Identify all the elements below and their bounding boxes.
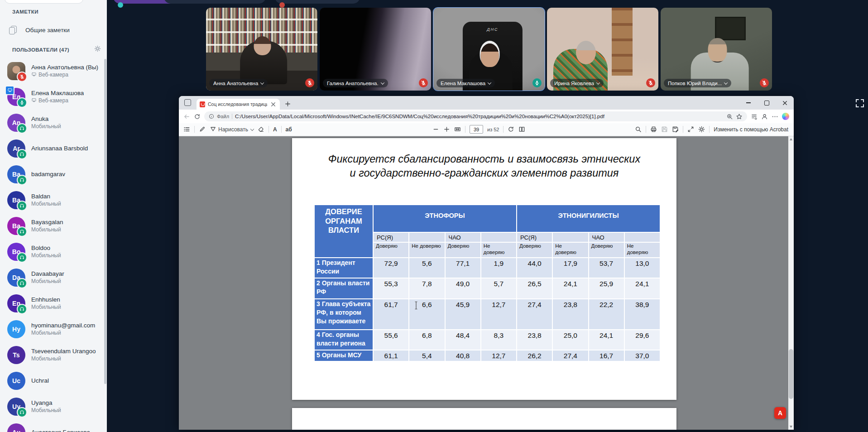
participant-row[interactable]: En Enhhuslen Мобильный <box>0 290 107 316</box>
video-tile[interactable]: Анна Анатольевна <box>206 8 317 91</box>
settings-gear-icon[interactable] <box>698 126 705 133</box>
close-button[interactable] <box>776 96 794 110</box>
url-field[interactable]: Файл C:/Users/User/AppData/Local/Microso… <box>204 111 747 121</box>
row-label: 4 Гос. органы власти региона <box>314 330 373 350</box>
add-text-icon[interactable]: A <box>273 126 277 133</box>
chevron-down-icon <box>260 81 264 84</box>
tile-mic-badge <box>305 78 314 87</box>
stop-share-icon <box>279 2 285 8</box>
toc-icon[interactable] <box>183 126 190 133</box>
cell-value: 61,1 <box>373 350 409 361</box>
fullscreen-icon[interactable] <box>854 97 866 109</box>
sidebar-scrollbar-thumb[interactable] <box>104 59 106 384</box>
participant-row[interactable]: Ba Baldan Мобильный <box>0 187 107 213</box>
workspaces-icon[interactable] <box>184 99 191 106</box>
participant-row[interactable]: Ан Анастасия Борисова <box>0 419 107 432</box>
participant-row[interactable]: Uy Uyanga Мобильный <box>0 394 107 419</box>
print-icon[interactable] <box>650 126 657 133</box>
participant-row[interactable]: An Anuka Мобильный <box>0 110 107 135</box>
video-tile[interactable]: Ирина Яковлева <box>547 8 658 91</box>
scrollbar-thumb[interactable] <box>789 349 793 399</box>
zoom-out-icon[interactable] <box>432 126 439 133</box>
shared-notes-item[interactable]: Общие заметки <box>0 21 107 39</box>
fit-width-icon[interactable] <box>454 126 461 133</box>
speaker-pill[interactable] <box>164 0 266 4</box>
stop-share-pill[interactable] <box>275 0 360 4</box>
tile-name-pill[interactable]: Ирина Яковлева <box>550 79 604 87</box>
tile-name-pill[interactable]: Попков Юрий Влади... <box>664 79 731 87</box>
highlighter-icon[interactable] <box>199 126 206 133</box>
zoom-page-icon[interactable] <box>726 113 733 120</box>
tile-name-pill[interactable]: Елена Маклашова <box>436 79 495 87</box>
table-measure-header: Не доверяю <box>409 242 445 258</box>
participant-row[interactable]: Ел Елена Маклашова Веб-камера <box>0 84 107 110</box>
minimize-button[interactable] <box>739 96 758 110</box>
video-tile[interactable]: Попков Юрий Влади... <box>661 8 772 91</box>
draw-button[interactable]: Нарисовать <box>210 125 254 134</box>
cell-value: 24,1 <box>552 278 588 299</box>
participant-row[interactable]: Анна Анатольевна (Вы) Веб-камера <box>0 58 107 84</box>
participant-row[interactable]: Da Davaabayar Мобильный <box>0 264 107 290</box>
cell-value: 29,6 <box>624 330 660 350</box>
participant-row[interactable]: Ar Ariunsanaa Barsbold <box>0 135 107 161</box>
refresh-icon[interactable] <box>194 113 201 120</box>
pdf-scrollbar[interactable] <box>788 136 794 430</box>
expand-icon[interactable] <box>687 126 694 133</box>
participant-row[interactable]: Hy hyominanu@gmail.com Мобильный <box>0 316 107 342</box>
table-row: 3 Глава субъекта РФ, в котором Вы прожив… <box>314 299 660 330</box>
new-tab-button[interactable] <box>284 101 291 107</box>
video-tile[interactable]: Галина Анатольевна. <box>320 8 431 91</box>
acrobat-floating-badge[interactable]: A <box>774 407 786 419</box>
save-icon[interactable] <box>661 126 668 133</box>
participant-status-text: Мобильный <box>31 330 61 336</box>
info-icon[interactable] <box>209 114 214 119</box>
scroll-down-arrow[interactable] <box>790 426 792 428</box>
copilot-icon[interactable] <box>782 113 789 120</box>
participant-row[interactable]: Bo Boldoo Мобильный <box>0 239 107 264</box>
users-gear-icon[interactable] <box>94 45 101 54</box>
tile-name-pill[interactable]: Галина Анатольевна. <box>323 79 388 87</box>
profile-icon[interactable] <box>761 113 768 120</box>
tile-participant-name: Галина Анатольевна. <box>327 81 379 86</box>
rotate-icon[interactable] <box>508 126 514 133</box>
tile-participant-name: Попков Юрий Влади... <box>668 81 722 86</box>
edit-with-acrobat-button[interactable]: Изменить с помощью Acrobat <box>714 126 788 133</box>
favorite-star-icon[interactable] <box>736 113 743 120</box>
scroll-up-arrow[interactable] <box>790 138 792 140</box>
pdf-content-area[interactable]: Фиксируется сбалансированность и взаимос… <box>179 136 794 430</box>
maximize-button[interactable] <box>758 96 776 110</box>
avatar: Ba <box>7 217 25 235</box>
participant-status-text: Мобильный <box>31 201 61 207</box>
avatar: Ar <box>7 139 25 158</box>
zoom-in-icon[interactable] <box>443 126 450 133</box>
collections-icon[interactable] <box>751 113 758 120</box>
tile-name-pill[interactable]: Анна Анатольевна <box>209 79 268 87</box>
video-tile[interactable]: ДНС Елена Маклашова <box>433 8 545 91</box>
table-measure-header: Доверяю <box>373 242 409 258</box>
table-region-header: ЧАО <box>445 232 481 242</box>
cell-value: 24,1 <box>589 330 624 350</box>
read-aloud-icon[interactable]: аб <box>286 126 292 133</box>
page-view-icon[interactable] <box>518 126 525 133</box>
cell-value: 77,1 <box>445 258 481 278</box>
pdf-toolbar: Нарисовать A аб 39 из 52 <box>179 123 794 136</box>
eraser-icon[interactable] <box>258 126 264 133</box>
participant-row[interactable]: Ba badamgarav <box>0 161 107 187</box>
avatar: Ел <box>7 88 25 106</box>
participant-row[interactable]: Ba Bayasgalan Мобильный <box>0 213 107 239</box>
participant-row[interactable]: Uc Uchral <box>0 368 107 394</box>
search-icon[interactable] <box>635 126 642 133</box>
cell-value: 24,1 <box>624 278 660 299</box>
browser-tab[interactable]: Соц исследования традиции и н <box>197 99 280 110</box>
save-as-icon[interactable] <box>672 126 679 133</box>
avatar: Ba <box>7 191 25 209</box>
cell-value: 27,4 <box>552 350 588 361</box>
search-input[interactable] <box>5 0 83 4</box>
table-row: 1 Президент России72,95,677,11,944,017,9… <box>314 258 660 278</box>
tab-close-icon[interactable] <box>270 101 277 108</box>
participant-row[interactable]: Ts Tseveendulam Urangoo Мобильный <box>0 342 107 368</box>
participant-status: Мобильный <box>31 252 61 259</box>
more-menu-icon[interactable] <box>772 113 778 120</box>
page-number-input[interactable]: 39 <box>470 125 483 134</box>
back-icon[interactable] <box>183 113 190 120</box>
